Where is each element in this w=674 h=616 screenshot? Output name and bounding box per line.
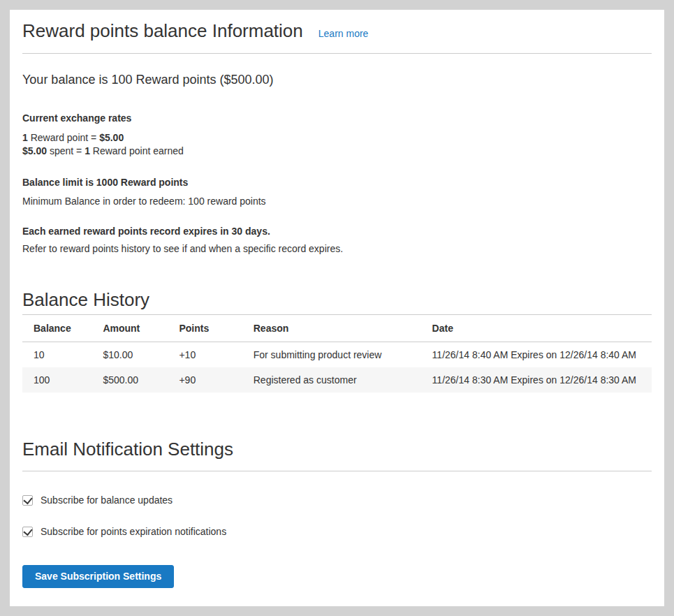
cell-balance: 100 xyxy=(22,367,96,393)
balance-updates-label[interactable]: Subscribe for balance updates xyxy=(41,494,173,506)
reward-points-panel: Reward points balance Information Learn … xyxy=(10,10,664,606)
table-row: 100 $500.00 +90 Registered as customer 1… xyxy=(22,367,652,393)
learn-more-link[interactable]: Learn more xyxy=(318,28,369,39)
cell-reason: For submitting product review xyxy=(247,342,425,368)
balance-updates-option: Subscribe for balance updates xyxy=(22,494,652,506)
expiration-notifications-label[interactable]: Subscribe for points expiration notifica… xyxy=(41,526,226,537)
cell-amount: $500.00 xyxy=(96,367,172,393)
minimum-balance-text: Minimum Balance in order to redeem: 100 … xyxy=(22,196,652,207)
email-settings-header: Email Notification Settings xyxy=(22,439,652,471)
page-title: Reward points balance Information xyxy=(22,20,303,42)
column-header-balance: Balance xyxy=(22,315,96,342)
cell-points: +90 xyxy=(172,367,246,393)
exchange-rate-line-1: 1 Reward point = $5.00 xyxy=(22,131,652,145)
exchange-rate-line-2: $5.00 spent = 1 Reward point earned xyxy=(22,145,652,158)
cell-points: +10 xyxy=(172,342,246,368)
column-header-date: Date xyxy=(425,315,652,342)
save-subscription-settings-button[interactable]: Save Subscription Settings xyxy=(22,565,174,588)
page-header: Reward points balance Information Learn … xyxy=(22,17,652,54)
cell-balance: 10 xyxy=(22,342,96,368)
cell-date: 11/26/14 8:40 AM Expires on 12/26/14 8:4… xyxy=(425,342,652,368)
balance-history-table: Balance Amount Points Reason Date 10 $10… xyxy=(22,314,652,393)
balance-updates-checkbox[interactable] xyxy=(22,495,33,506)
balance-limit-text: Balance limit is 1000 Reward points xyxy=(22,177,652,188)
exchange-rates-heading: Current exchange rates xyxy=(22,112,652,124)
cell-reason: Registered as customer xyxy=(247,367,425,393)
cell-amount: $10.00 xyxy=(96,342,172,368)
email-settings-title: Email Notification Settings xyxy=(22,439,652,460)
balance-history-title: Balance History xyxy=(22,289,652,311)
expiry-rule-text: Each earned reward points record expires… xyxy=(22,226,652,237)
cell-date: 11/26/14 8:30 AM Expires on 12/26/14 8:3… xyxy=(425,367,652,393)
balance-summary: Your balance is 100 Reward points ($500.… xyxy=(22,73,652,87)
column-header-reason: Reason xyxy=(247,315,425,342)
column-header-points: Points xyxy=(172,315,246,342)
exchange-rates: 1 Reward point = $5.00 $5.00 spent = 1 R… xyxy=(22,131,652,158)
expiry-note-text: Refer to reward points history to see if… xyxy=(22,243,652,254)
expiration-notifications-option: Subscribe for points expiration notifica… xyxy=(22,526,652,537)
table-row: 10 $10.00 +10 For submitting product rev… xyxy=(22,342,652,368)
expiration-notifications-checkbox[interactable] xyxy=(22,527,33,537)
column-header-amount: Amount xyxy=(96,315,172,342)
table-header-row: Balance Amount Points Reason Date xyxy=(22,315,652,342)
